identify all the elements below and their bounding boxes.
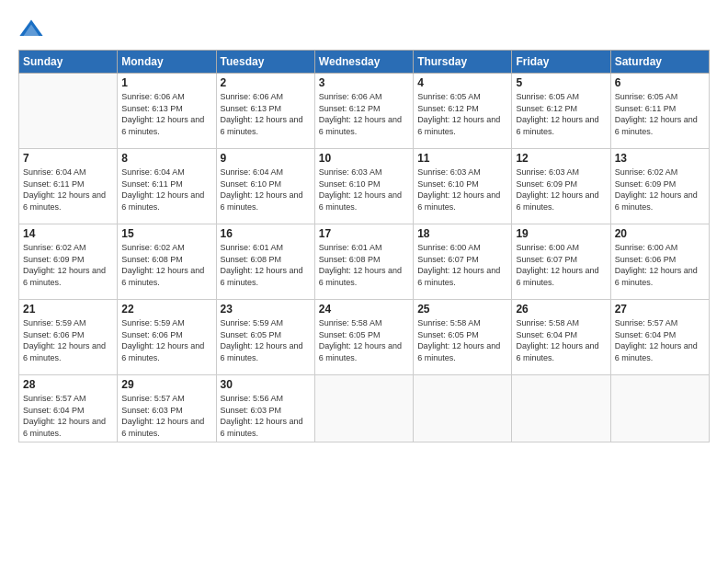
sunset-text: Sunset: 6:09 PM <box>516 178 606 190</box>
calendar-cell: 11Sunrise: 6:03 AMSunset: 6:10 PMDayligh… <box>414 149 512 224</box>
daylight-text: Daylight: 12 hours and <box>221 340 311 352</box>
calendar-cell: 29Sunrise: 5:57 AMSunset: 6:03 PMDayligh… <box>118 375 216 442</box>
daylight-text: Daylight: 12 hours and <box>23 340 113 352</box>
calendar-cell: 22Sunrise: 5:59 AMSunset: 6:06 PMDayligh… <box>118 300 216 375</box>
day-number: 26 <box>516 303 606 316</box>
calendar-header-sunday: Sunday <box>19 51 118 74</box>
calendar-cell: 7Sunrise: 6:04 AMSunset: 6:11 PMDaylight… <box>19 149 118 224</box>
calendar-header-row: SundayMondayTuesdayWednesdayThursdayFrid… <box>19 51 710 74</box>
calendar-cell: 12Sunrise: 6:03 AMSunset: 6:09 PMDayligh… <box>512 149 610 224</box>
calendar-cell <box>19 74 118 149</box>
calendar-cell: 28Sunrise: 5:57 AMSunset: 6:04 PMDayligh… <box>19 375 118 442</box>
sunrise-text: Sunrise: 5:59 AM <box>23 317 113 329</box>
daylight-text-2: 6 minutes. <box>417 352 507 364</box>
daylight-text: Daylight: 12 hours and <box>23 416 113 428</box>
day-info: Sunrise: 6:00 AMSunset: 6:06 PMDaylight:… <box>615 242 705 288</box>
calendar-cell <box>512 375 610 442</box>
calendar-header-thursday: Thursday <box>414 51 512 74</box>
daylight-text: Daylight: 12 hours and <box>516 340 606 352</box>
sunrise-text: Sunrise: 6:06 AM <box>319 91 409 103</box>
calendar-cell <box>414 375 512 442</box>
calendar-page: SundayMondayTuesdayWednesdayThursdayFrid… <box>0 0 728 563</box>
calendar-cell: 30Sunrise: 5:56 AMSunset: 6:03 PMDayligh… <box>216 375 314 442</box>
day-info: Sunrise: 6:02 AMSunset: 6:09 PMDaylight:… <box>615 167 705 213</box>
daylight-text: Daylight: 12 hours and <box>615 114 705 126</box>
header <box>18 17 710 42</box>
daylight-text-2: 6 minutes. <box>121 201 211 213</box>
calendar-cell: 10Sunrise: 6:03 AMSunset: 6:10 PMDayligh… <box>314 149 413 224</box>
daylight-text: Daylight: 12 hours and <box>417 114 507 126</box>
day-number: 6 <box>615 76 705 89</box>
sunset-text: Sunset: 6:03 PM <box>121 405 211 417</box>
day-info: Sunrise: 6:05 AMSunset: 6:12 PMDaylight:… <box>417 91 507 137</box>
sunset-text: Sunset: 6:06 PM <box>23 329 113 341</box>
daylight-text-2: 6 minutes. <box>516 277 606 289</box>
sunset-text: Sunset: 6:10 PM <box>417 178 507 190</box>
calendar-cell: 18Sunrise: 6:00 AMSunset: 6:07 PMDayligh… <box>414 224 512 300</box>
calendar-cell: 6Sunrise: 6:05 AMSunset: 6:11 PMDaylight… <box>610 74 709 149</box>
daylight-text: Daylight: 12 hours and <box>221 190 311 201</box>
daylight-text-2: 6 minutes. <box>516 126 606 138</box>
sunrise-text: Sunrise: 6:00 AM <box>615 242 705 254</box>
sunset-text: Sunset: 6:03 PM <box>221 405 311 417</box>
sunset-text: Sunset: 6:11 PM <box>23 178 113 190</box>
daylight-text-2: 6 minutes. <box>516 352 606 364</box>
sunset-text: Sunset: 6:13 PM <box>221 103 311 115</box>
day-number: 17 <box>319 227 409 240</box>
calendar-header-saturday: Saturday <box>610 51 709 74</box>
sunrise-text: Sunrise: 6:03 AM <box>319 167 409 178</box>
day-info: Sunrise: 5:57 AMSunset: 6:03 PMDaylight:… <box>121 393 211 439</box>
daylight-text-2: 6 minutes. <box>319 352 409 364</box>
daylight-text-2: 6 minutes. <box>121 277 211 289</box>
daylight-text-2: 6 minutes. <box>516 201 606 213</box>
daylight-text: Daylight: 12 hours and <box>615 265 705 277</box>
calendar-week-row: 28Sunrise: 5:57 AMSunset: 6:04 PMDayligh… <box>19 375 710 442</box>
daylight-text-2: 6 minutes. <box>221 201 311 213</box>
calendar-cell: 3Sunrise: 6:06 AMSunset: 6:12 PMDaylight… <box>314 74 413 149</box>
day-info: Sunrise: 5:58 AMSunset: 6:04 PMDaylight:… <box>516 317 606 363</box>
daylight-text: Daylight: 12 hours and <box>319 265 409 277</box>
sunrise-text: Sunrise: 5:58 AM <box>319 317 409 329</box>
calendar-cell: 1Sunrise: 6:06 AMSunset: 6:13 PMDaylight… <box>118 74 216 149</box>
sunrise-text: Sunrise: 6:01 AM <box>221 242 311 254</box>
day-number: 7 <box>23 152 113 165</box>
daylight-text-2: 6 minutes. <box>615 352 705 364</box>
calendar-cell <box>314 375 413 442</box>
sunset-text: Sunset: 6:05 PM <box>319 329 409 341</box>
daylight-text: Daylight: 12 hours and <box>516 190 606 201</box>
sunrise-text: Sunrise: 6:05 AM <box>417 91 507 103</box>
daylight-text-2: 6 minutes. <box>221 126 311 138</box>
calendar-cell: 8Sunrise: 6:04 AMSunset: 6:11 PMDaylight… <box>118 149 216 224</box>
day-number: 4 <box>417 76 507 89</box>
daylight-text-2: 6 minutes. <box>417 126 507 138</box>
day-number: 21 <box>23 303 113 316</box>
day-info: Sunrise: 6:06 AMSunset: 6:12 PMDaylight:… <box>319 91 409 137</box>
sunset-text: Sunset: 6:11 PM <box>615 103 705 115</box>
calendar-cell: 15Sunrise: 6:02 AMSunset: 6:08 PMDayligh… <box>118 224 216 300</box>
day-info: Sunrise: 6:06 AMSunset: 6:13 PMDaylight:… <box>121 91 211 137</box>
day-number: 22 <box>121 303 211 316</box>
daylight-text-2: 6 minutes. <box>615 126 705 138</box>
calendar-cell: 9Sunrise: 6:04 AMSunset: 6:10 PMDaylight… <box>216 149 314 224</box>
sunrise-text: Sunrise: 6:01 AM <box>319 242 409 254</box>
day-number: 19 <box>516 227 606 240</box>
day-number: 8 <box>121 152 211 165</box>
calendar-cell: 25Sunrise: 5:58 AMSunset: 6:05 PMDayligh… <box>414 300 512 375</box>
day-info: Sunrise: 6:00 AMSunset: 6:07 PMDaylight:… <box>516 242 606 288</box>
sunrise-text: Sunrise: 5:56 AM <box>221 393 311 405</box>
daylight-text: Daylight: 12 hours and <box>417 340 507 352</box>
sunset-text: Sunset: 6:07 PM <box>516 254 606 266</box>
calendar-cell: 27Sunrise: 5:57 AMSunset: 6:04 PMDayligh… <box>610 300 709 375</box>
day-info: Sunrise: 6:02 AMSunset: 6:09 PMDaylight:… <box>23 242 113 288</box>
day-info: Sunrise: 6:06 AMSunset: 6:13 PMDaylight:… <box>221 91 311 137</box>
day-info: Sunrise: 6:01 AMSunset: 6:08 PMDaylight:… <box>221 242 311 288</box>
daylight-text-2: 6 minutes. <box>121 126 211 138</box>
calendar-cell: 20Sunrise: 6:00 AMSunset: 6:06 PMDayligh… <box>610 224 709 300</box>
day-number: 18 <box>417 227 507 240</box>
day-info: Sunrise: 6:04 AMSunset: 6:11 PMDaylight:… <box>121 167 211 213</box>
day-number: 14 <box>23 227 113 240</box>
day-info: Sunrise: 6:03 AMSunset: 6:10 PMDaylight:… <box>319 167 409 213</box>
day-info: Sunrise: 5:58 AMSunset: 6:05 PMDaylight:… <box>417 317 507 363</box>
day-number: 25 <box>417 303 507 316</box>
daylight-text-2: 6 minutes. <box>615 201 705 213</box>
